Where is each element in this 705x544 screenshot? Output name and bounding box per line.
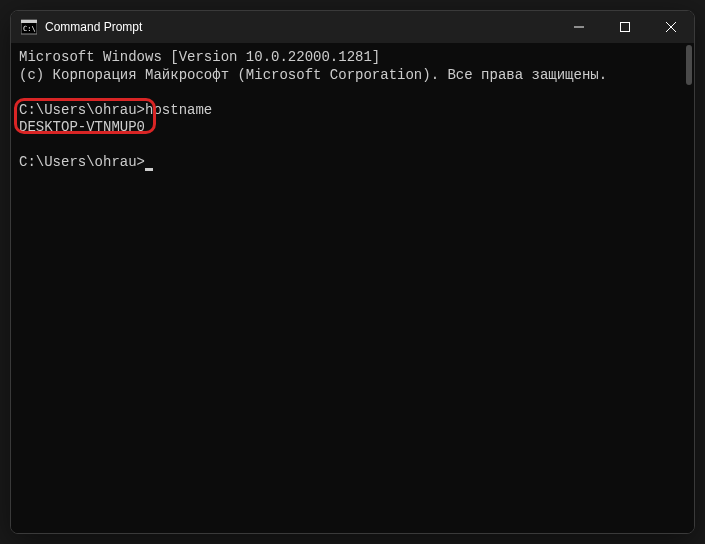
- scrollbar-thumb[interactable]: [686, 45, 692, 85]
- text-cursor: [145, 168, 153, 171]
- titlebar[interactable]: C:\ Command Prompt: [11, 11, 694, 43]
- copyright-line: (c) Корпорация Майкрософт (Microsoft Cor…: [19, 67, 686, 85]
- command-prompt-window: C:\ Command Prompt Microsoft Windows [Ve…: [10, 10, 695, 534]
- blank-line: [19, 137, 686, 155]
- cmd-icon: C:\: [21, 19, 37, 35]
- svg-rect-1: [21, 20, 37, 23]
- hostname-output: DESKTOP-VTNMUP0: [19, 119, 686, 137]
- command-line-hostname: C:\Users\ohrau>hostname: [19, 102, 686, 120]
- window-controls: [556, 11, 694, 43]
- window-title: Command Prompt: [45, 20, 142, 34]
- prompt-line: C:\Users\ohrau>: [19, 154, 686, 172]
- close-button[interactable]: [648, 11, 694, 43]
- terminal-content[interactable]: Microsoft Windows [Version 10.0.22000.12…: [11, 43, 694, 533]
- maximize-button[interactable]: [602, 11, 648, 43]
- svg-text:C:\: C:\: [23, 25, 36, 33]
- prompt-text: C:\Users\ohrau>: [19, 154, 145, 170]
- minimize-button[interactable]: [556, 11, 602, 43]
- blank-line: [19, 84, 686, 102]
- version-line: Microsoft Windows [Version 10.0.22000.12…: [19, 49, 686, 67]
- svg-rect-4: [621, 23, 630, 32]
